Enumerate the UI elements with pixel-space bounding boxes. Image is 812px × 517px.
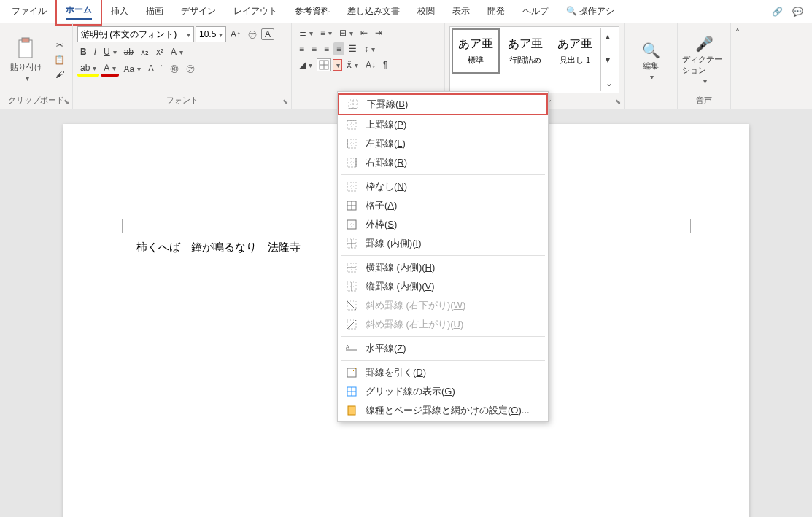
justify-button[interactable]: ≡: [333, 42, 344, 55]
highlight-button[interactable]: ab▾: [77, 61, 99, 77]
borders-dropdown-button[interactable]: ▾: [333, 59, 342, 71]
tab-help[interactable]: ヘルプ: [514, 1, 557, 22]
tab-references[interactable]: 参考資料: [286, 1, 339, 22]
tab-developer[interactable]: 開発: [479, 1, 514, 22]
border-icon-top: [345, 118, 358, 131]
multilevel-button[interactable]: ⊟▾: [336, 26, 356, 39]
decrease-indent-button[interactable]: ⇤: [357, 26, 371, 39]
distribute-button[interactable]: ☰: [346, 42, 360, 55]
border-menu-horizontal[interactable]: A水平線(Z): [338, 339, 548, 358]
copy-button[interactable]: 📋: [51, 53, 68, 66]
border-icon-v-inside: [345, 280, 358, 293]
border-menu-settings[interactable]: 線種とページ罫線と網かけの設定(O)...: [338, 401, 548, 420]
styles-up-button[interactable]: ▴: [603, 30, 616, 43]
group-voice: 🎤 ディクテーション ▾ 音声: [678, 23, 731, 109]
tab-home[interactable]: ホーム: [55, 0, 102, 26]
border-menu-left[interactable]: 左罫線(L): [338, 134, 548, 153]
tab-review[interactable]: 校閲: [409, 1, 444, 22]
style-no-spacing[interactable]: あア亜 行間詰め: [501, 28, 549, 74]
align-left-button[interactable]: ≡: [296, 42, 307, 55]
sort-button[interactable]: A↓: [363, 58, 379, 71]
group-editing: 🔍 編集 ▾: [625, 23, 678, 109]
border-menu-label: 枠なし(N): [366, 180, 407, 193]
increase-indent-button[interactable]: ⇥: [372, 26, 385, 39]
tab-draw[interactable]: 描画: [137, 1, 172, 22]
border-menu-grid[interactable]: グリッド線の表示(G): [338, 382, 548, 401]
superscript-button[interactable]: x²: [153, 45, 166, 58]
border-menu-none[interactable]: 枠なし(N): [338, 177, 548, 196]
comments-icon[interactable]: 💬: [790, 4, 805, 19]
char-scaling-button[interactable]: A゛: [145, 61, 166, 77]
borders-button[interactable]: [317, 58, 331, 71]
border-menu-label: 右罫線(R): [366, 156, 407, 169]
collapse-ribbon-button[interactable]: ˄: [732, 26, 743, 39]
char-fit-button[interactable]: x̂▾: [344, 58, 361, 71]
svg-line-42: [347, 320, 356, 329]
tell-me-search[interactable]: 🔍 操作アシ: [557, 1, 623, 22]
enclose-char-button[interactable]: ㊞: [167, 61, 182, 77]
border-menu-label: 外枠(S): [366, 218, 397, 231]
tab-insert[interactable]: 挿入: [102, 1, 137, 22]
styles-more-button[interactable]: ⌄: [603, 77, 616, 90]
text-effects-button[interactable]: A▾: [168, 45, 186, 58]
tab-file[interactable]: ファイル: [3, 1, 55, 22]
increase-font-button[interactable]: A↑: [228, 28, 244, 41]
group-font: 游明朝 (本文のフォント)▾ 10.5▾ A↑ ㋐ A B I U▾ ab x₂…: [73, 23, 292, 109]
border-menu-all[interactable]: 格子(A): [338, 196, 548, 215]
share-icon[interactable]: 🔗: [770, 4, 784, 19]
border-menu-outside[interactable]: 外枠(S): [338, 215, 548, 234]
phonetic-guide-button[interactable]: ㋐: [245, 27, 260, 42]
tab-design[interactable]: デザイン: [172, 1, 225, 22]
font-name-combo[interactable]: 游明朝 (本文のフォント)▾: [77, 26, 194, 42]
underline-button[interactable]: U▾: [101, 45, 120, 58]
border-menu-label: 斜め罫線 (右上がり)(U): [366, 318, 463, 331]
border-menu-label: 縦罫線 (内側)(V): [366, 280, 435, 293]
line-spacing-button[interactable]: ↕▾: [361, 42, 378, 55]
border-menu-inside[interactable]: 罫線 (内側)(I): [338, 234, 548, 253]
shading-button[interactable]: ◢▾: [296, 58, 315, 71]
svg-line-40: [347, 301, 356, 310]
font-launcher[interactable]: ⬊: [282, 98, 288, 106]
paste-button[interactable]: 貼り付け ▾: [4, 26, 48, 93]
circle-char-button[interactable]: ㋐: [183, 61, 198, 77]
border-icon-right: [345, 156, 358, 169]
show-marks-button[interactable]: ¶: [380, 58, 390, 71]
find-button[interactable]: 🔍 編集 ▾: [629, 26, 673, 96]
align-center-button[interactable]: ≡: [309, 42, 320, 55]
font-color-button[interactable]: A▾: [101, 61, 119, 77]
border-menu-label: 罫線を引く(D): [366, 366, 426, 379]
font-size-combo[interactable]: 10.5▾: [196, 26, 226, 42]
voice-label: 音声: [682, 93, 726, 107]
tab-mailings[interactable]: 差し込み文書: [339, 1, 409, 22]
border-menu-top[interactable]: 上罫線(P): [338, 115, 548, 134]
svg-rect-50: [348, 406, 355, 415]
clipboard-launcher[interactable]: ⬊: [63, 98, 69, 106]
border-icon-outside: [345, 218, 358, 231]
bold-button[interactable]: B: [77, 45, 90, 58]
border-icon-settings: [345, 404, 358, 417]
align-right-button[interactable]: ≡: [321, 42, 332, 55]
style-heading1[interactable]: あア亜 見出し 1: [551, 28, 599, 74]
subscript-button[interactable]: x₂: [138, 45, 152, 58]
format-painter-button[interactable]: 🖌: [53, 68, 67, 81]
char-border-button[interactable]: A: [261, 28, 274, 40]
bullets-button[interactable]: ≣▾: [296, 26, 316, 39]
change-case-button[interactable]: Aa▾: [120, 63, 144, 76]
numbering-button[interactable]: ≡▾: [317, 26, 335, 39]
border-menu-bottom[interactable]: 下罫線(B): [338, 93, 548, 115]
border-menu-v-inside[interactable]: 縦罫線 (内側)(V): [338, 277, 548, 296]
strikethrough-button[interactable]: ab: [121, 45, 136, 58]
styles-down-button[interactable]: ▾: [603, 53, 616, 66]
border-icon-diag-up: [345, 318, 358, 331]
svg-line-46: [353, 368, 356, 371]
cut-button[interactable]: ✂: [53, 39, 66, 52]
tab-layout[interactable]: レイアウト: [225, 1, 286, 22]
style-normal[interactable]: あア亜 標準: [452, 28, 500, 74]
italic-button[interactable]: I: [91, 45, 99, 58]
styles-launcher[interactable]: ⬊: [615, 98, 621, 106]
dictation-button[interactable]: 🎤 ディクテーション ▾: [682, 26, 726, 93]
border-menu-h-inside[interactable]: 横罫線 (内側)(H): [338, 258, 548, 277]
tab-view[interactable]: 表示: [444, 1, 479, 22]
border-menu-right[interactable]: 右罫線(R): [338, 153, 548, 172]
border-menu-draw[interactable]: 罫線を引く(D): [338, 363, 548, 382]
